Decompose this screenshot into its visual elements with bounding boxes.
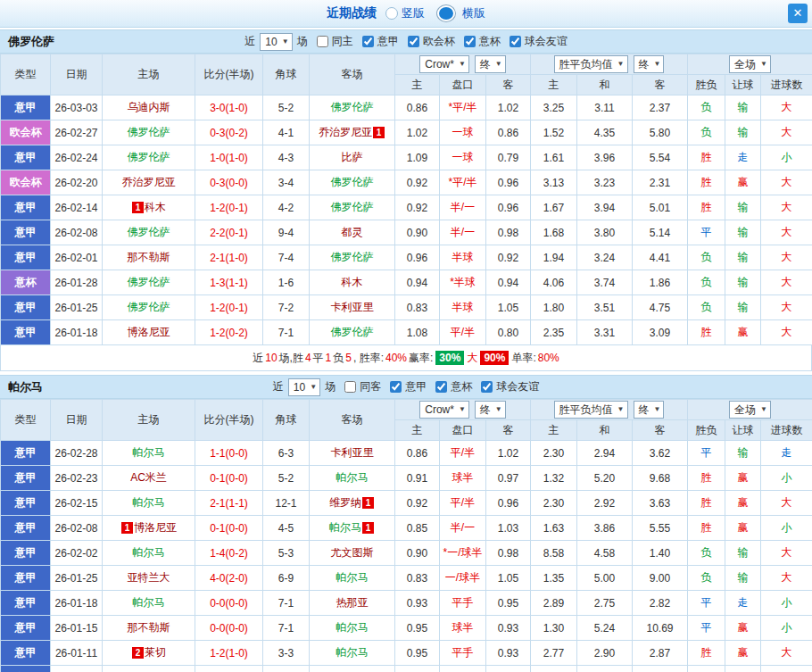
avg-type-select[interactable]: 胜平负均值▼ <box>554 401 628 419</box>
column-header: 主场 <box>103 54 195 95</box>
odds-time-select[interactable]: 终▼ <box>475 55 506 73</box>
result-cell: 胜 <box>688 516 725 541</box>
asian-handicap: 半/一 <box>440 516 486 541</box>
summary-text: 负 <box>332 351 344 366</box>
away-team: 科木 <box>310 270 395 295</box>
radio-horizontal[interactable]: 横版 <box>434 4 485 22</box>
filter-checkbox[interactable] <box>344 381 356 393</box>
away-team: 佛罗伦萨 <box>310 245 395 270</box>
odds-select-group: Crow*▼终▼ <box>395 400 531 420</box>
corner-score: 5-3 <box>263 541 310 566</box>
home-team-name: 帕尔马 <box>133 546 165 559</box>
euro-lose-odds: 1.40 <box>633 541 688 566</box>
filter-checkbox[interactable] <box>464 36 476 47</box>
goals-result-cell: 大 <box>761 170 812 195</box>
match-date: 26-02-23 <box>51 466 103 491</box>
table-row: 欧会杯26-02-27佛罗伦萨0-3(0-2)4-1乔治罗尼亚11.02一球0.… <box>1 120 812 145</box>
league-badge: 意甲 <box>1 491 51 516</box>
result-cell: 负 <box>688 566 725 591</box>
recent-count-select[interactable]: 10▼ <box>288 378 320 396</box>
filter-checkbox[interactable] <box>362 36 374 47</box>
scope-select[interactable]: 全场▼ <box>729 401 771 419</box>
home-team-name: 科木 <box>145 201 166 213</box>
chevron-down-icon: ▼ <box>282 35 289 49</box>
goals-result-cell: 大 <box>761 120 812 145</box>
team-name: 佛罗伦萨 <box>8 34 54 50</box>
home-team: 帕尔马 <box>103 541 195 566</box>
avg-time-select[interactable]: 终▼ <box>634 55 665 73</box>
match-date: 26-02-15 <box>51 491 103 516</box>
scope-select[interactable]: 全场▼ <box>729 55 771 73</box>
filter-checkbox[interactable] <box>481 381 493 393</box>
euro-draw-odds: 3.74 <box>577 270 633 295</box>
asian-handicap: 平手 <box>440 641 486 666</box>
asian-home-odds: 0.90 <box>395 666 440 672</box>
recent-count-select[interactable]: 10▼ <box>260 33 292 51</box>
away-team: 佛罗伦萨 <box>310 95 395 120</box>
filter-checkbox[interactable] <box>408 36 419 47</box>
result-cell: 平 <box>688 591 725 616</box>
filter-checkbox[interactable] <box>390 381 402 393</box>
letball-result-cell: 赢 <box>725 491 761 516</box>
filter-checkbox[interactable] <box>435 381 447 393</box>
goals-result-cell: 小 <box>761 591 812 616</box>
column-header: 角球 <box>263 400 310 441</box>
summary-text: 单率: <box>510 351 536 366</box>
asian-away-odds: 0.95 <box>486 591 531 616</box>
corner-score: 1-3 <box>263 666 310 672</box>
chevron-down-icon: ▼ <box>495 402 502 417</box>
filter-checkbox[interactable] <box>317 36 328 47</box>
match-date: 26-01-15 <box>51 616 103 641</box>
close-button[interactable]: ✕ <box>788 4 808 23</box>
avg-time-select[interactable]: 终▼ <box>634 401 665 419</box>
home-team-name: 佛罗伦萨 <box>128 151 170 163</box>
corner-score: 5-2 <box>263 95 310 120</box>
column-subheader: 盘口 <box>440 420 486 441</box>
corner-score: 4-5 <box>263 516 310 541</box>
summary-text: 大 <box>466 351 478 366</box>
away-team: 佛罗伦萨 <box>310 170 395 195</box>
odds-time-select[interactable]: 终▼ <box>475 401 506 419</box>
away-team: 乔治罗尼亚1 <box>310 120 395 145</box>
summary-text: 近 <box>252 351 264 366</box>
odds-company-select[interactable]: Crow*▼ <box>419 55 469 73</box>
table-row: 意甲26-02-15帕尔马2-1(1-1)12-1维罗纳10.92平/半0.96… <box>1 491 812 516</box>
corner-score: 7-1 <box>263 616 310 641</box>
avg-type-select[interactable]: 胜平负均值▼ <box>554 55 628 73</box>
asian-handicap: 球半 <box>440 616 486 641</box>
result-cell: 平 <box>688 616 725 641</box>
radio-vertical[interactable]: 竖版 <box>385 5 425 21</box>
euro-draw-odds: 2.94 <box>577 441 633 466</box>
odds-time-select-value: 终 <box>480 57 491 71</box>
asian-handicap: 平/半 <box>440 491 486 516</box>
league-badge: 意甲 <box>1 666 51 672</box>
avg-type-select-value: 胜平负均值 <box>559 402 613 417</box>
asian-away-odds: 0.86 <box>486 120 531 145</box>
goals-result-cell: 走 <box>761 441 812 466</box>
league-badge: 意甲 <box>1 591 51 616</box>
euro-draw-odds: 2.75 <box>577 591 633 616</box>
radio-vertical-label: 竖版 <box>402 5 425 21</box>
euro-lose-odds: 5.80 <box>633 120 688 145</box>
asian-home-odds: 0.86 <box>395 95 440 120</box>
euro-lose-odds: 10.69 <box>633 616 688 641</box>
odds-company-select[interactable]: Crow*▼ <box>419 401 469 419</box>
corner-score: 4-3 <box>263 145 310 170</box>
filter-checkbox[interactable] <box>510 36 521 47</box>
asian-away-odds: 0.92 <box>486 245 531 270</box>
chevron-down-icon: ▼ <box>310 380 317 394</box>
home-team: 那不勒斯 <box>103 616 195 641</box>
euro-lose-odds: 3.09 <box>633 320 688 345</box>
asian-home-odds: 0.90 <box>395 541 440 566</box>
summary-text: , 胜率: <box>352 351 385 366</box>
avg-type-select-value: 胜平负均值 <box>559 57 613 71</box>
column-header: 主场 <box>103 400 195 441</box>
euro-draw-odds: 3.94 <box>577 195 633 220</box>
result-cell: 负 <box>688 245 725 270</box>
team-sections: 佛罗伦萨近10▼场同主意甲欧会杯意杯球会友谊类型日期主场比分(半场)角球客场Cr… <box>0 29 812 672</box>
results-table: 类型日期主场比分(半场)角球客场Crow*▼终▼胜平负均值▼终▼全场▼主盘口客主… <box>0 54 812 345</box>
euro-draw-odds: 3.96 <box>577 145 633 170</box>
result-cell: 平 <box>688 220 725 245</box>
asian-home-odds: 1.02 <box>395 120 440 145</box>
match-score: 2-1(1-1) <box>195 491 263 516</box>
